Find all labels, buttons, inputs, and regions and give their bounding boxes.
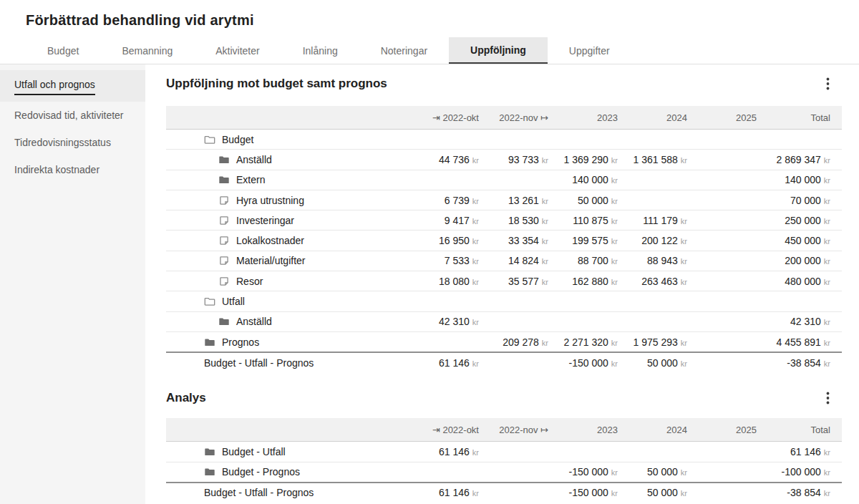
table-row-investeringar: Investeringar9 417kr18 530kr110 875kr111… <box>166 210 842 231</box>
tab-noteringar[interactable]: Noteringar <box>359 37 449 64</box>
table-row-budget-prognos[interactable]: Budget - Prognos-150 000kr50 000kr-100 0… <box>166 462 842 483</box>
amount-value: 450 000 <box>785 235 821 246</box>
value-cell: -150 000kr <box>560 466 629 478</box>
section-header: Uppföljning mot budget samt prognos <box>166 74 842 93</box>
currency-suffix: kr <box>472 237 479 246</box>
amount-value: 13 261 <box>508 195 539 206</box>
tab-bar: BudgetBemanningAktiviteterInlåningNoteri… <box>0 37 859 64</box>
value-cell: 61 146kr <box>421 357 490 369</box>
tab-inlåning[interactable]: Inlåning <box>281 37 359 64</box>
value-cell: 110 875kr <box>560 215 629 226</box>
row-label: Anställd <box>236 154 272 165</box>
sidebar: Utfall och prognosRedovisad tid, aktivit… <box>0 64 145 504</box>
sidebar-item-redovisad-tid-aktiviteter[interactable]: Redovisad tid, aktiviteter <box>0 102 145 129</box>
sidebar-item-utfall-och-prognos[interactable]: Utfall och prognos <box>0 70 145 102</box>
currency-suffix: kr <box>824 156 830 165</box>
amount-value: 16 950 <box>439 235 470 246</box>
folder-icon <box>204 446 215 457</box>
table-row-anställd[interactable]: Anställd44 736kr93 733kr1 369 290kr1 361… <box>166 150 842 170</box>
kebab-menu-icon[interactable] <box>821 75 835 92</box>
currency-suffix: kr <box>824 448 830 457</box>
table-row-prognos[interactable]: Prognos209 278kr2 271 320kr1 975 293kr4 … <box>166 332 842 352</box>
tab-uppgifter[interactable]: Uppgifter <box>548 37 631 64</box>
page-title: Förbättrad behandling vid arytmi <box>26 10 859 30</box>
value-cell: 1 361 588kr <box>629 154 699 165</box>
currency-suffix: kr <box>542 278 548 286</box>
column-header-total: Total <box>768 112 842 123</box>
tab-aktiviteter[interactable]: Aktiviteter <box>194 37 281 64</box>
tab-budget[interactable]: Budget <box>26 37 100 64</box>
amount-value: 44 736 <box>439 154 470 165</box>
value-cell: 111 179kr <box>629 215 699 226</box>
value-cell: 140 000kr <box>768 174 842 185</box>
sidebar-item-label: Utfall och prognos <box>14 77 95 95</box>
table-row-extern[interactable]: Extern140 000kr140 000kr <box>166 170 842 190</box>
row-label-cell: Budget - Utfall - Prognos <box>166 487 421 498</box>
value-cell: -150 000kr <box>560 357 629 369</box>
currency-suffix: kr <box>472 448 479 457</box>
currency-suffix: kr <box>611 237 618 246</box>
currency-suffix: kr <box>611 156 618 165</box>
row-label: Anställd <box>236 316 272 327</box>
row-label-cell: Hyra utrustning <box>166 195 421 206</box>
currency-suffix: kr <box>472 359 479 368</box>
row-label-cell: Anställd <box>166 154 421 165</box>
kebab-menu-icon[interactable] <box>821 389 835 407</box>
value-cell: 61 146kr <box>768 446 842 457</box>
value-cell: 1 369 290kr <box>560 154 629 165</box>
tab-uppföljning[interactable]: Uppföljning <box>449 37 548 64</box>
amount-value: 50 000 <box>647 487 678 498</box>
column-header-2023: 2023 <box>560 425 629 435</box>
currency-suffix: kr <box>824 257 830 266</box>
row-label-cell: Lokalkostnader <box>166 235 421 246</box>
amount-value: 9 417 <box>445 215 470 226</box>
row-label: Budget - Prognos <box>222 466 300 478</box>
amount-value: 33 354 <box>508 235 539 246</box>
currency-suffix: kr <box>824 197 830 205</box>
value-cell: -38 854kr <box>768 357 842 369</box>
value-cell: 88 943kr <box>629 255 699 266</box>
value-cell: 209 278kr <box>490 336 560 348</box>
amount-value: 200 000 <box>785 255 821 266</box>
value-cell: 450 000kr <box>768 235 842 246</box>
currency-suffix: kr <box>681 359 687 368</box>
amount-value: 61 146 <box>439 487 470 498</box>
row-label-cell: Budget - Utfall - Prognos <box>166 357 421 369</box>
table-row-utfall[interactable]: Utfall <box>166 291 842 311</box>
column-header-2022-okt: ⇥ 2022-okt <box>421 112 490 123</box>
table-row-anställd[interactable]: Anställd42 310kr42 310kr <box>166 312 842 332</box>
value-cell: 1 975 293kr <box>629 336 699 348</box>
table-row-hyra-utrustning: Hyra utrustning6 739kr13 261kr50 000kr70… <box>166 190 842 210</box>
tab-bemanning[interactable]: Bemanning <box>100 37 194 64</box>
currency-suffix: kr <box>472 257 479 266</box>
row-label-cell: Budget - Utfall <box>166 446 421 457</box>
amount-value: 18 080 <box>439 276 470 287</box>
value-cell: 9 417kr <box>421 215 490 226</box>
amount-value: 2 271 320 <box>564 336 608 348</box>
row-label-cell: Budget - Prognos <box>166 466 421 478</box>
value-cell: 13 261kr <box>490 195 560 206</box>
amount-value: 50 000 <box>578 195 608 206</box>
row-label-cell: Investeringar <box>166 215 421 226</box>
analysis-table: ⇥ 2022-okt2022-nov ↦202320242025TotalBud… <box>166 418 842 503</box>
table-row-budget-utfall[interactable]: Budget - Utfall61 146kr61 146kr <box>166 442 842 462</box>
currency-suffix: kr <box>824 468 830 477</box>
note-icon <box>218 235 230 246</box>
row-label: Budget - Utfall <box>222 446 286 457</box>
sidebar-item-label: Redovisad tid, aktiviteter <box>14 110 124 121</box>
amount-value: 263 463 <box>641 276 678 287</box>
currency-suffix: kr <box>542 217 548 226</box>
folder-icon <box>204 466 215 478</box>
value-cell: 199 575kr <box>560 235 629 246</box>
sidebar-item-tidredovisningsstatus[interactable]: Tidredovisningsstatus <box>0 129 145 156</box>
currency-suffix: kr <box>824 359 830 368</box>
currency-suffix: kr <box>681 156 687 165</box>
amount-value: -38 854 <box>787 357 820 369</box>
amount-value: 35 577 <box>508 276 539 287</box>
row-label: Utfall <box>222 296 245 307</box>
sidebar-item-indirekta-kostnader[interactable]: Indirekta kostnader <box>0 156 145 183</box>
currency-suffix: kr <box>681 468 687 477</box>
amount-value: 480 000 <box>785 276 821 287</box>
section-title: Uppföljning mot budget samt prognos <box>166 74 387 93</box>
table-row-budget[interactable]: Budget <box>166 130 842 150</box>
